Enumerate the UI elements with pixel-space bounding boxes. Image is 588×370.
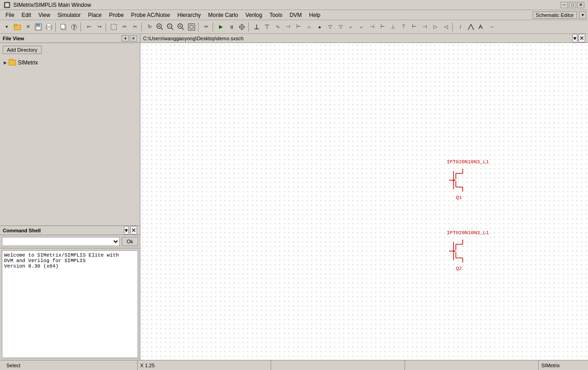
tb-rotate[interactable]: ↻ xyxy=(144,22,155,32)
cmd-ok-button[interactable]: Ok xyxy=(122,237,138,246)
tb-select-region[interactable] xyxy=(109,22,119,32)
menu-bar: File Edit View Simulator Place Probe Pro… xyxy=(0,10,588,20)
app-title: SIMetrix/SIMPLIS Main Window xyxy=(13,2,91,8)
menu-verilog[interactable]: Verilog xyxy=(242,11,266,19)
menu-monte-carlo[interactable]: Monte Carlo xyxy=(204,11,241,19)
svg-rect-9 xyxy=(61,24,65,29)
menu-file[interactable]: File xyxy=(2,11,18,19)
tb-arrow1[interactable]: ⊢ xyxy=(409,22,419,32)
tb-gnd[interactable]: ⊥ xyxy=(251,22,262,32)
tb-undo[interactable]: ↩ xyxy=(84,22,94,32)
q1-ref-label: Q1 xyxy=(456,195,462,200)
menu-help[interactable]: Help xyxy=(305,11,324,19)
maximize-button[interactable]: □ xyxy=(569,2,576,8)
tb-zoom-area[interactable] xyxy=(155,22,165,32)
schematic-header-controls: ▾ ✕ xyxy=(572,34,585,43)
tb-crosshair[interactable] xyxy=(237,22,247,32)
cmd-shell-close-btn[interactable]: ✕ xyxy=(130,226,137,235)
tb-zoom-fit[interactable] xyxy=(187,22,197,32)
menu-hierarchy[interactable]: Hierarchy xyxy=(174,11,204,19)
tb-bus2[interactable]: ⊤ xyxy=(399,22,409,32)
tree-item-simetrix[interactable]: ▶ SIMetrix xyxy=(2,59,138,67)
menu-dvm[interactable]: DVM xyxy=(286,11,305,19)
menu-view[interactable]: View xyxy=(35,11,54,19)
cmd-shell-minimize-btn[interactable]: ▾ xyxy=(124,226,129,235)
title-bar: 🔲 SIMetrix/SIMPLIS Main Window ─ □ ✕ xyxy=(0,0,588,10)
tb-open[interactable] xyxy=(12,22,22,32)
tb-bus1[interactable]: ⊥ xyxy=(388,22,398,32)
cmd-input-combo[interactable] xyxy=(2,237,120,246)
tb-zoom-in[interactable] xyxy=(176,22,186,32)
schematic-editor-badge: Schematic Editor ▾ xyxy=(533,11,586,19)
tb-nand2[interactable]: ⌐ xyxy=(357,22,367,32)
tb-cut[interactable]: ✂ xyxy=(119,22,129,32)
tb-wire-ac[interactable]: ∿ xyxy=(273,22,283,32)
status-mode-text: Select xyxy=(6,363,21,368)
menu-tools[interactable]: Tools xyxy=(266,11,286,19)
schematic-editor-label: Schematic Editor xyxy=(533,11,577,19)
tb-zoom-out[interactable] xyxy=(166,22,176,32)
file-view-title: File View xyxy=(3,36,122,41)
tb-diode-down[interactable]: ▽ xyxy=(325,22,335,32)
toolbar: ▾ ✕ ↩ ↪ ✂ ✂ ↻ ✏ ▶ ⏸ ⊥ ⊤ ∿ ⊣ xyxy=(0,20,588,34)
command-shell-panel: Command Shell ▾ ✕ Ok Welcome to SIMetrix… xyxy=(0,226,140,360)
tb-tri2[interactable]: ◁ xyxy=(441,22,451,32)
tb-save[interactable] xyxy=(33,22,43,32)
tb-probe-v[interactable] xyxy=(466,22,476,32)
tb-tri1[interactable]: ▷ xyxy=(430,22,440,32)
tb-conn-right[interactable]: ⊢ xyxy=(294,22,304,32)
tb-redo[interactable]: ↪ xyxy=(94,22,104,32)
tb-dot2[interactable]: ● xyxy=(315,22,325,32)
tb-arrow2[interactable]: ⊣ xyxy=(420,22,430,32)
tb-pen[interactable]: ✏ xyxy=(201,22,211,32)
tree-arrow-icon: ▶ xyxy=(4,60,7,65)
tb-vcc[interactable]: ⊤ xyxy=(262,22,272,32)
menu-edit[interactable]: Edit xyxy=(18,11,35,19)
menu-probe[interactable]: Probe xyxy=(106,11,128,19)
close-button[interactable]: ✕ xyxy=(577,2,584,8)
svg-rect-12 xyxy=(111,24,117,30)
tb-pause[interactable]: ⏸ xyxy=(226,22,236,32)
file-tree: ▶ SIMetrix xyxy=(0,57,140,225)
tb-buf2[interactable]: ⊢ xyxy=(378,22,388,32)
add-directory-button[interactable]: Add Directory xyxy=(3,46,42,54)
status-empty1 xyxy=(271,360,405,370)
tb-separator-3 xyxy=(106,22,107,32)
menu-place[interactable]: Place xyxy=(85,11,106,19)
tb-cut2[interactable]: ✂ xyxy=(130,22,140,32)
schematic-minimize-btn[interactable]: ▾ xyxy=(572,34,577,43)
schematic-editor-arrow[interactable]: ▾ xyxy=(579,11,586,19)
tb-line[interactable]: / xyxy=(455,22,465,32)
tb-new-dropdown[interactable]: ▾ xyxy=(2,22,12,32)
left-panel: File View ▾ ✕ Add Directory ▶ SIMetrix xyxy=(0,34,140,360)
status-coord-text: X 1.25 xyxy=(140,363,155,368)
tb-dot1[interactable]: ○ xyxy=(304,22,314,32)
schematic-close-btn[interactable]: ✕ xyxy=(578,34,585,43)
tb-print[interactable] xyxy=(44,22,54,32)
cmd-shell-header: Command Shell ▾ ✕ xyxy=(0,226,140,235)
file-view-close-btn[interactable]: ✕ xyxy=(130,35,137,42)
tb-close[interactable]: ✕ xyxy=(23,22,33,32)
tb-separator-5 xyxy=(198,22,200,32)
tb-conn-left[interactable]: ⊣ xyxy=(283,22,293,32)
svg-point-25 xyxy=(190,25,193,29)
tb-nand1[interactable]: ⌐ xyxy=(346,22,356,32)
tb-properties[interactable] xyxy=(69,22,79,32)
schematic-canvas[interactable]: IPT020N10N3_L1 xyxy=(140,43,588,360)
tb-buf1[interactable]: ⊣ xyxy=(367,22,377,32)
svg-marker-38 xyxy=(454,179,456,181)
tb-run[interactable]: ▶ xyxy=(216,22,226,32)
menu-simulator[interactable]: Simulator xyxy=(54,11,85,19)
file-view-minimize-btn[interactable]: ▾ xyxy=(122,35,129,42)
file-view-controls: ▾ ✕ xyxy=(122,35,137,42)
tb-copy[interactable] xyxy=(59,22,69,32)
tb-diode-up[interactable]: ▽ xyxy=(336,22,346,32)
tb-separator-6 xyxy=(213,22,214,32)
q2-ref-label: Q2 xyxy=(456,266,462,271)
main-content: File View ▾ ✕ Add Directory ▶ SIMetrix xyxy=(0,34,588,360)
tb-wave[interactable]: ~ xyxy=(487,22,497,32)
menu-probe-ac[interactable]: Probe AC/Noise xyxy=(128,11,174,19)
minimize-button[interactable]: ─ xyxy=(561,2,568,8)
tb-probe-i[interactable] xyxy=(476,22,486,32)
svg-point-11 xyxy=(74,28,75,29)
